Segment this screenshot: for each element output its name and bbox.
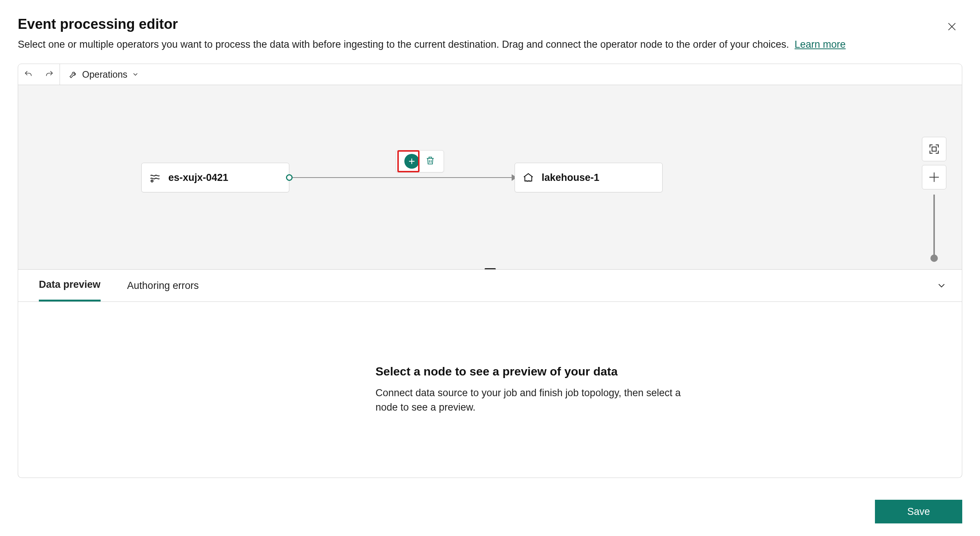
page-title: Event processing editor: [18, 16, 962, 32]
plus-icon: [408, 157, 416, 165]
source-output-port[interactable]: [286, 174, 293, 181]
chevron-down-icon: [132, 71, 139, 78]
zoom-slider[interactable]: [933, 194, 935, 261]
lakehouse-icon: [522, 172, 534, 183]
stream-icon: [149, 172, 161, 183]
zoom-tools: [922, 137, 947, 261]
plus-thin-icon: [928, 171, 940, 183]
close-icon: [947, 21, 957, 32]
subtitle-text: Select one or multiple operators you wan…: [18, 39, 789, 50]
undo-icon: [24, 70, 33, 79]
close-button[interactable]: [945, 19, 959, 34]
tab-data-preview[interactable]: Data preview: [39, 270, 101, 302]
delete-edge-button[interactable]: [425, 155, 436, 167]
fit-icon: [928, 143, 940, 155]
chevron-down-icon: [936, 280, 947, 291]
zoom-slider-thumb[interactable]: [931, 254, 938, 262]
trash-icon: [425, 155, 436, 166]
footer: Save: [875, 500, 962, 523]
preview-panel: Select a node to see a preview of your d…: [18, 302, 962, 478]
redo-button[interactable]: [39, 64, 60, 85]
edge-tools: [396, 150, 444, 172]
redo-icon: [45, 70, 54, 79]
operations-label: Operations: [82, 69, 127, 80]
fit-to-screen-button[interactable]: [922, 137, 947, 161]
learn-more-link[interactable]: Learn more: [795, 39, 846, 50]
source-node[interactable]: es-xujx-0421: [141, 163, 289, 192]
svg-point-2: [151, 180, 153, 182]
preview-body: Connect data source to your job and fini…: [375, 386, 701, 415]
operations-dropdown[interactable]: Operations: [60, 64, 148, 85]
wrench-icon: [69, 70, 78, 79]
collapse-panel-button[interactable]: [936, 280, 947, 293]
destination-node[interactable]: lakehouse-1: [515, 163, 663, 192]
preview-tabs: Data preview Authoring errors: [18, 269, 962, 302]
insert-operator-button[interactable]: [404, 154, 419, 169]
undo-button[interactable]: [18, 64, 39, 85]
page-subtitle: Select one or multiple operators you wan…: [18, 39, 962, 50]
source-node-label: es-xujx-0421: [168, 172, 228, 183]
toolbar: Operations: [18, 64, 962, 85]
edge[interactable]: [293, 177, 515, 178]
tab-authoring-errors[interactable]: Authoring errors: [127, 270, 199, 302]
preview-heading: Select a node to see a preview of your d…: [375, 365, 962, 379]
canvas[interactable]: es-xujx-0421 lakehouse-1: [18, 85, 962, 269]
header: Event processing editor Select one or mu…: [18, 16, 962, 50]
save-button[interactable]: Save: [875, 500, 962, 523]
svg-rect-7: [932, 147, 936, 151]
zoom-in-button[interactable]: [922, 165, 947, 189]
destination-node-label: lakehouse-1: [542, 172, 599, 183]
